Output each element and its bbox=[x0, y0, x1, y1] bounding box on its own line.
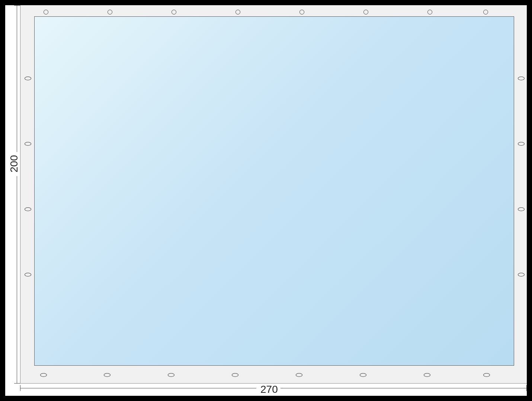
grommet-right-3 bbox=[518, 273, 525, 277]
grommet-top-1 bbox=[108, 10, 112, 14]
dim-width-tick-right bbox=[526, 385, 527, 391]
dim-width-label: 270 bbox=[260, 384, 278, 395]
grommet-top-2 bbox=[172, 10, 176, 14]
grommet-bottom-2 bbox=[168, 373, 174, 377]
grommet-right-2 bbox=[518, 207, 525, 211]
grommet-right-0 bbox=[518, 77, 525, 80]
diagram-frame: 200 270 bbox=[5, 5, 527, 396]
grommet-top-7 bbox=[483, 10, 488, 14]
grommet-top-5 bbox=[363, 10, 368, 14]
grommet-right-1 bbox=[518, 142, 525, 146]
grommet-left-3 bbox=[25, 273, 31, 277]
dim-width-line-right bbox=[281, 388, 527, 388]
grommet-bottom-6 bbox=[424, 373, 430, 377]
dim-height-tick-top bbox=[14, 5, 20, 6]
grommet-bottom-1 bbox=[104, 373, 110, 377]
grommet-left-1 bbox=[25, 142, 31, 146]
grommet-bottom-3 bbox=[232, 373, 238, 377]
dim-width-line-left bbox=[20, 388, 256, 388]
grommet-top-4 bbox=[299, 10, 304, 14]
grommet-top-0 bbox=[44, 10, 48, 14]
grommet-bottom-5 bbox=[360, 373, 366, 377]
tarp-panel bbox=[34, 16, 514, 366]
grommet-bottom-0 bbox=[40, 373, 47, 377]
dim-height-line-upper bbox=[17, 5, 17, 152]
grommet-left-2 bbox=[25, 207, 31, 211]
grommet-bottom-4 bbox=[296, 373, 302, 377]
dim-height-label: 200 bbox=[9, 155, 19, 172]
dim-height-tick-bottom bbox=[14, 383, 20, 384]
grommet-left-0 bbox=[25, 77, 31, 80]
dim-height-line-lower bbox=[17, 176, 17, 384]
grommet-top-6 bbox=[427, 10, 432, 14]
grommet-bottom-7 bbox=[483, 373, 490, 377]
grommet-top-3 bbox=[235, 10, 240, 14]
